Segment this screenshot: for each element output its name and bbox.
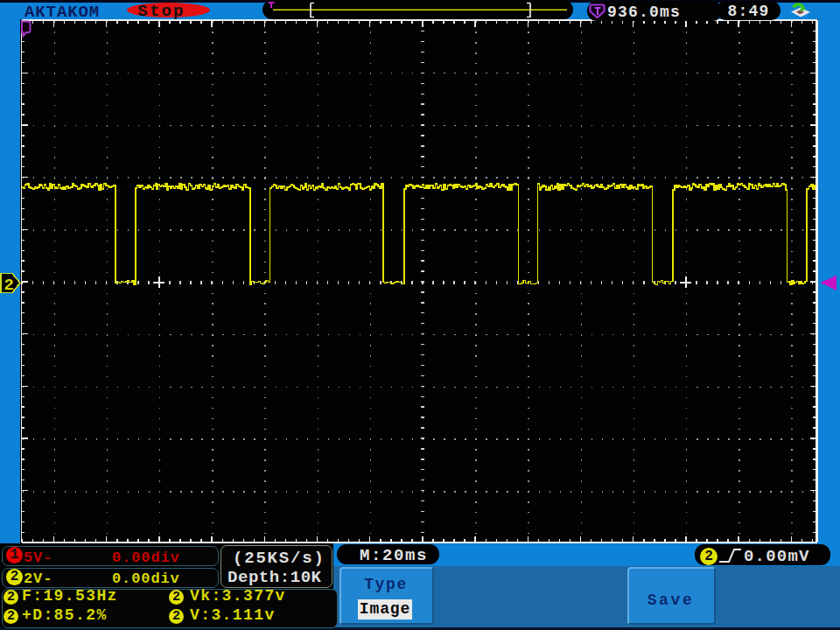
svg-text:2: 2 xyxy=(4,276,14,295)
